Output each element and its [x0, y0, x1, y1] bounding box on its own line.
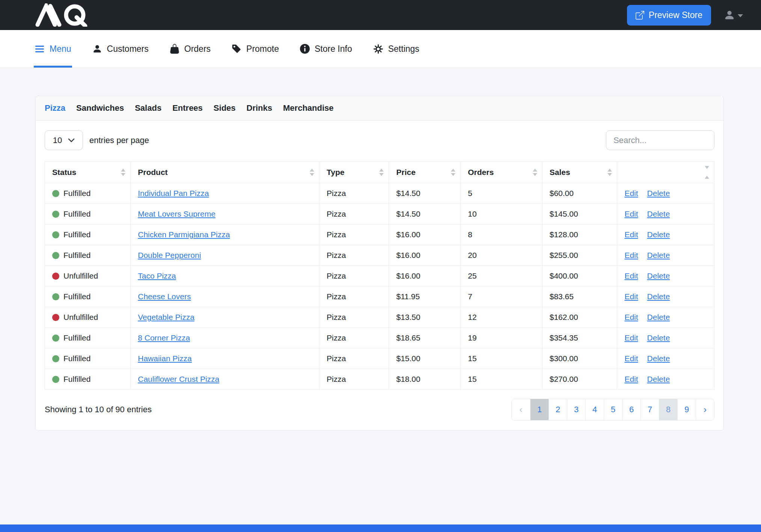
bottom-accent-bar [0, 524, 761, 532]
edit-link[interactable]: Edit [624, 375, 638, 383]
sort-icon[interactable] [121, 169, 125, 176]
pagination-page-4[interactable]: 4 [585, 399, 604, 420]
pagination-page-8[interactable]: 8 [659, 399, 677, 420]
column-header-actions[interactable] [617, 162, 714, 183]
nav-label: Customers [107, 44, 149, 54]
tab-entrees[interactable]: Entrees [172, 103, 203, 113]
sort-icon[interactable] [451, 169, 455, 176]
tab-pizza[interactable]: Pizza [45, 103, 65, 113]
delete-link[interactable]: Delete [647, 189, 670, 197]
tab-salads[interactable]: Salads [135, 103, 161, 113]
product-link[interactable]: Individual Pan Pizza [138, 189, 209, 197]
product-link[interactable]: Hawaiian Pizza [138, 354, 192, 363]
product-link[interactable]: Double Pepperoni [138, 251, 201, 259]
type-cell: Pizza [319, 307, 389, 328]
column-header-sales[interactable]: Sales [542, 162, 617, 183]
sort-icon[interactable] [533, 169, 537, 176]
pagination-next-button[interactable]: › [696, 399, 714, 420]
tab-sides[interactable]: Sides [214, 103, 236, 113]
person-icon [92, 44, 102, 54]
pagination-page-9[interactable]: 9 [677, 399, 696, 420]
user-menu[interactable] [724, 9, 743, 21]
delete-link[interactable]: Delete [647, 251, 670, 259]
orders-cell: 19 [461, 328, 542, 348]
type-cell: Pizza [319, 286, 389, 307]
type-cell: Pizza [319, 266, 389, 286]
preview-store-button[interactable]: Preview Store [627, 5, 711, 26]
table-row: Fulfilled 8 Corner Pizza Pizza $18.65 19… [45, 328, 714, 348]
edit-link[interactable]: Edit [624, 271, 638, 280]
column-header-orders[interactable]: Orders [461, 162, 542, 183]
entries-per-page-select[interactable]: 10 [45, 130, 83, 150]
nav-item-store-info[interactable]: Store Info [300, 30, 352, 68]
card-body: 10 entries per page Status Product Type … [36, 121, 723, 430]
column-header-status[interactable]: Status [45, 162, 131, 183]
nav-item-settings[interactable]: Settings [373, 30, 419, 68]
product-link[interactable]: Meat Lovers Supreme [138, 209, 215, 218]
pagination-page-7[interactable]: 7 [640, 399, 659, 420]
delete-link[interactable]: Delete [647, 354, 670, 363]
delete-link[interactable]: Delete [647, 333, 670, 342]
nav-item-menu[interactable]: Menu [35, 30, 71, 68]
column-header-price[interactable]: Price [389, 162, 461, 183]
edit-link[interactable]: Edit [624, 189, 638, 197]
sort-icon[interactable] [607, 169, 612, 176]
orders-cell: 25 [461, 266, 542, 286]
table-row: Fulfilled Meat Lovers Supreme Pizza $14.… [45, 204, 714, 225]
pagination-page-2[interactable]: 2 [549, 399, 567, 420]
delete-link[interactable]: Delete [647, 209, 670, 218]
delete-link[interactable]: Delete [647, 313, 670, 321]
sort-icon[interactable] [705, 166, 709, 179]
brand-logo[interactable] [35, 3, 95, 27]
column-header-product[interactable]: Product [131, 162, 319, 183]
tab-sandwiches[interactable]: Sandwiches [76, 103, 124, 113]
status-cell: Unfulfilled [45, 307, 131, 328]
sort-icon[interactable] [379, 169, 384, 176]
nav-item-promote[interactable]: Promote [232, 30, 279, 68]
tab-merchandise[interactable]: Merchandise [283, 103, 334, 113]
edit-link[interactable]: Edit [624, 209, 638, 218]
pagination-page-3[interactable]: 3 [567, 399, 585, 420]
product-link[interactable]: Cheese Lovers [138, 292, 191, 301]
search-input[interactable] [606, 130, 714, 150]
price-cell: $18.00 [389, 369, 461, 390]
edit-link[interactable]: Edit [624, 251, 638, 259]
product-link[interactable]: Vegetable Pizza [138, 313, 194, 321]
delete-link[interactable]: Delete [647, 271, 670, 280]
pagination-page-5[interactable]: 5 [604, 399, 622, 420]
edit-link[interactable]: Edit [624, 230, 638, 239]
info-circle-icon [300, 44, 310, 54]
sales-cell: $83.65 [542, 286, 617, 307]
nav-item-customers[interactable]: Customers [92, 30, 149, 68]
table-row: Fulfilled Hawaiian Pizza Pizza $15.00 15… [45, 348, 714, 369]
status-dot-icon [52, 293, 59, 300]
pagination-page-6[interactable]: 6 [622, 399, 640, 420]
delete-link[interactable]: Delete [647, 292, 670, 301]
external-link-icon [636, 11, 644, 20]
edit-link[interactable]: Edit [624, 354, 638, 363]
product-link[interactable]: Taco Pizza [138, 271, 176, 280]
tab-drinks[interactable]: Drinks [247, 103, 272, 113]
product-link[interactable]: Chicken Parmigiana Pizza [138, 230, 230, 239]
table-row: Fulfilled Chicken Parmigiana Pizza Pizza… [45, 225, 714, 245]
category-tabs: Pizza Sandwiches Salads Entrees Sides Dr… [36, 96, 723, 121]
delete-link[interactable]: Delete [647, 375, 670, 383]
column-header-type[interactable]: Type [319, 162, 389, 183]
orders-cell: 15 [461, 369, 542, 390]
sales-cell: $270.00 [542, 369, 617, 390]
type-cell: Pizza [319, 245, 389, 266]
aq-logo-icon [35, 3, 95, 27]
edit-link[interactable]: Edit [624, 313, 638, 321]
edit-link[interactable]: Edit [624, 292, 638, 301]
showing-entries-text: Showing 1 to 10 of 90 entries [45, 405, 152, 414]
delete-link[interactable]: Delete [647, 230, 670, 239]
pagination-page-1[interactable]: 1 [530, 399, 549, 420]
price-cell: $16.00 [389, 225, 461, 245]
edit-link[interactable]: Edit [624, 333, 638, 342]
product-link[interactable]: 8 Corner Pizza [138, 333, 190, 342]
pagination-prev-button[interactable]: ‹ [512, 399, 530, 420]
status-cell: Fulfilled [45, 204, 131, 225]
product-link[interactable]: Cauliflower Crust Pizza [138, 375, 219, 383]
nav-item-orders[interactable]: Orders [170, 30, 211, 68]
sort-icon[interactable] [310, 169, 314, 176]
